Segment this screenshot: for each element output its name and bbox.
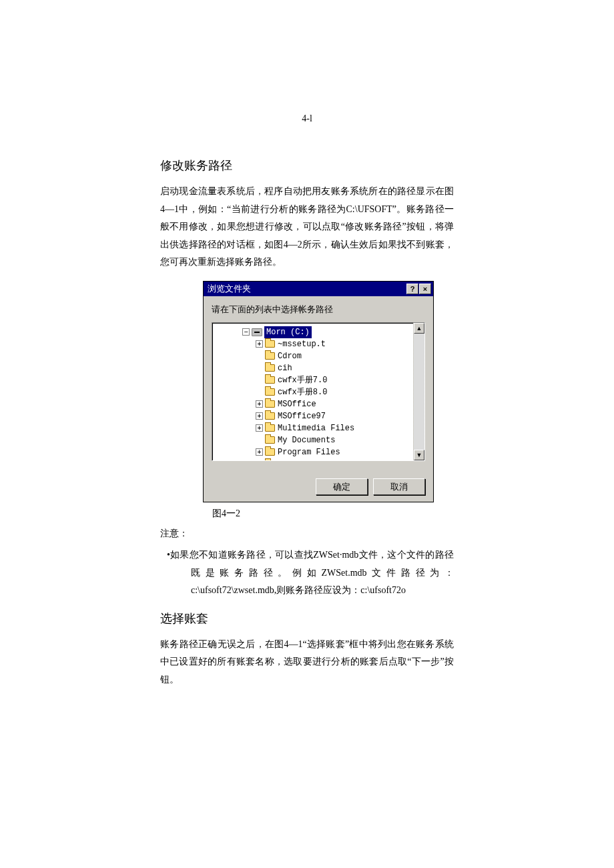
tree-label: Multimedia Files <box>278 422 354 434</box>
close-button[interactable]: × <box>419 284 431 294</box>
folder-icon <box>265 388 275 396</box>
paragraph-intro: 启动现金流量表系统后，程序自动把用友账务系统所在的路径显示在图4—1中，例如：“… <box>160 183 454 272</box>
tree-node[interactable]: Cdrom <box>213 350 413 362</box>
dialog-title: 浏览文件夹 <box>208 283 406 295</box>
tree-label: MSOffice <box>278 398 316 410</box>
tree-label: My Documents <box>278 434 335 446</box>
tree-label: Program Files <box>278 446 340 458</box>
note-bullet: •如果您不知道账务路径，可以查找ZWSet·mdb文件，这个文件的路径既是账务路… <box>160 546 454 600</box>
dialog-body: 请在下面的列表中选择帐务路径 − Morn (C:) + ~mssetup.t <box>204 296 433 502</box>
cancel-button[interactable]: 取消 <box>373 478 425 495</box>
help-button[interactable]: ? <box>406 284 418 294</box>
dialog-prompt: 请在下面的列表中选择帐务路径 <box>212 304 425 316</box>
heading-modify-path: 修改账务路径 <box>160 157 454 173</box>
folder-icon <box>265 412 275 420</box>
expand-icon[interactable]: + <box>256 448 263 456</box>
tree-node[interactable]: cih <box>213 362 413 374</box>
scroll-up-button[interactable]: ▲ <box>414 323 424 334</box>
tree-node[interactable]: + MSOffice <box>213 398 413 410</box>
paragraph-select-account: 账务路径正确无误之后，在图4—1“选择账套”框中将列出您在账务系统中已设置好的所… <box>160 636 454 689</box>
tree-node[interactable]: temp <box>213 458 413 460</box>
folder-icon <box>265 364 275 372</box>
browse-folder-dialog: 浏览文件夹 ? × 请在下面的列表中选择帐务路径 − Morn (C:) + ~… <box>203 281 434 502</box>
tree-label: temp <box>278 458 297 460</box>
ok-button[interactable]: 确定 <box>316 478 368 495</box>
folder-icon <box>265 340 275 348</box>
folder-icon <box>265 424 275 432</box>
tree-node[interactable]: + ~mssetup.t <box>213 338 413 350</box>
tree-label-drive: Morn (C:) <box>264 326 312 338</box>
drive-icon <box>252 328 262 336</box>
tree-node[interactable]: + MSOffice97 <box>213 410 413 422</box>
expand-icon[interactable]: + <box>256 400 263 408</box>
figure-caption: 图4一2 <box>212 508 454 520</box>
tree-node[interactable]: cwfx手册7.0 <box>213 374 413 386</box>
tree-label: cwfx手册8.0 <box>278 386 327 398</box>
folder-icon <box>265 400 275 408</box>
folder-icon <box>265 352 275 360</box>
tree-node[interactable]: My Documents <box>213 434 413 446</box>
tree-label: cih <box>278 362 292 374</box>
scroll-track[interactable] <box>414 334 424 450</box>
tree-node[interactable]: cwfx手册8.0 <box>213 386 413 398</box>
tree-label: ~mssetup.t <box>278 338 326 350</box>
scroll-down-button[interactable]: ▼ <box>414 450 424 460</box>
document-page: 4-l 修改账务路径 启动现金流量表系统后，程序自动把用友账务系统所在的路径显示… <box>0 0 614 832</box>
tree-label: Cdrom <box>278 350 302 362</box>
note-label: 注意： <box>160 528 454 540</box>
heading-select-account: 选择账套 <box>160 610 454 626</box>
dialog-button-row: 确定 取消 <box>212 478 425 495</box>
tree-label: cwfx手册7.0 <box>278 374 327 386</box>
tree-label: MSOffice97 <box>278 410 326 422</box>
folder-icon <box>265 448 275 456</box>
folder-tree[interactable]: − Morn (C:) + ~mssetup.t Cdrom <box>212 323 413 460</box>
page-number: 4-l <box>160 113 454 124</box>
expand-icon[interactable]: + <box>256 340 263 348</box>
tree-node-drive[interactable]: − Morn (C:) <box>213 326 413 338</box>
dialog-titlebar[interactable]: 浏览文件夹 ? × <box>204 282 433 296</box>
tree-node[interactable]: + Program Files <box>213 446 413 458</box>
expand-icon[interactable]: + <box>256 412 263 420</box>
vertical-scrollbar[interactable]: ▲ ▼ <box>413 323 424 460</box>
folder-icon <box>265 376 275 384</box>
collapse-icon[interactable]: − <box>242 328 250 336</box>
tree-container: − Morn (C:) + ~mssetup.t Cdrom <box>212 322 425 461</box>
folder-icon <box>265 436 275 444</box>
expand-icon[interactable]: + <box>256 424 263 432</box>
tree-node[interactable]: + Multimedia Files <box>213 422 413 434</box>
